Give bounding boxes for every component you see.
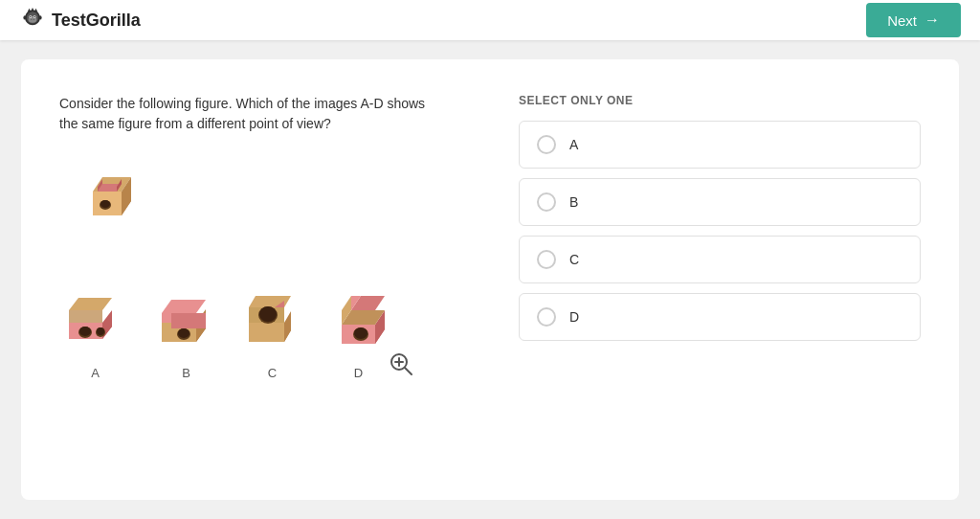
shape-c-svg bbox=[241, 286, 303, 358]
svg-point-39 bbox=[178, 328, 189, 338]
radio-label-c: C bbox=[569, 252, 579, 267]
radio-options-group: A B C D bbox=[519, 121, 921, 341]
svg-marker-13 bbox=[34, 9, 38, 12]
zoom-in-icon[interactable] bbox=[389, 351, 413, 376]
svg-point-31 bbox=[97, 327, 104, 335]
figure-c-label: C bbox=[268, 366, 277, 380]
logo: TestGorilla bbox=[19, 7, 141, 34]
svg-point-9 bbox=[31, 19, 32, 20]
question-text: Consider the following figure. Which of … bbox=[59, 94, 442, 134]
next-button[interactable]: Next → bbox=[866, 3, 961, 37]
svg-marker-35 bbox=[171, 313, 206, 328]
svg-marker-36 bbox=[162, 313, 171, 323]
shape-b-svg bbox=[150, 286, 222, 358]
svg-point-6 bbox=[33, 16, 34, 17]
zoom-icon-wrapper[interactable] bbox=[389, 351, 413, 380]
radio-circle-d[interactable] bbox=[537, 307, 556, 327]
svg-point-56 bbox=[354, 327, 368, 339]
radio-circle-b[interactable] bbox=[537, 192, 556, 212]
next-arrow-icon: → bbox=[924, 11, 940, 29]
radio-circle-a[interactable] bbox=[537, 135, 556, 154]
svg-point-5 bbox=[30, 16, 31, 17]
shape-a-svg bbox=[59, 286, 131, 358]
main-figure bbox=[69, 163, 155, 253]
question-card: Consider the following figure. Which of … bbox=[21, 59, 959, 500]
svg-marker-37 bbox=[162, 300, 206, 313]
logo-icon bbox=[19, 7, 46, 34]
svg-marker-11 bbox=[28, 9, 32, 12]
svg-point-46 bbox=[259, 306, 277, 322]
shape-d-svg bbox=[323, 282, 394, 358]
svg-marker-26 bbox=[69, 310, 102, 323]
figure-option-a: A bbox=[59, 286, 131, 380]
main-shape-svg bbox=[69, 163, 155, 249]
select-label: SELECT ONLY ONE bbox=[519, 94, 921, 107]
header: TestGorilla Next → bbox=[0, 0, 980, 40]
main-content: Consider the following figure. Which of … bbox=[0, 40, 980, 519]
radio-circle-c[interactable] bbox=[537, 250, 556, 269]
radio-option-b[interactable]: B bbox=[519, 178, 921, 226]
svg-point-10 bbox=[33, 19, 34, 20]
svg-marker-41 bbox=[249, 323, 284, 342]
radio-option-a[interactable]: A bbox=[519, 121, 921, 169]
svg-marker-42 bbox=[284, 311, 291, 342]
figure-option-b: B bbox=[150, 286, 222, 380]
figure-area: A bbox=[59, 163, 480, 380]
right-panel: SELECT ONLY ONE A B C D bbox=[519, 94, 921, 465]
svg-marker-27 bbox=[69, 298, 112, 310]
svg-point-22 bbox=[100, 200, 110, 208]
radio-option-c[interactable]: C bbox=[519, 236, 921, 283]
figure-option-c: C bbox=[241, 286, 303, 380]
radio-label-a: A bbox=[569, 137, 578, 152]
radio-option-d[interactable]: D bbox=[519, 293, 921, 341]
next-button-label: Next bbox=[887, 12, 917, 29]
svg-point-7 bbox=[23, 15, 27, 19]
radio-label-b: B bbox=[569, 194, 578, 210]
logo-text: TestGorilla bbox=[52, 11, 141, 31]
svg-point-8 bbox=[38, 15, 42, 19]
svg-point-29 bbox=[79, 327, 91, 336]
left-panel: Consider the following figure. Which of … bbox=[59, 94, 480, 465]
svg-marker-12 bbox=[31, 8, 34, 11]
figure-a-label: A bbox=[91, 366, 100, 380]
figure-b-label: B bbox=[182, 366, 190, 380]
figure-option-d: D bbox=[323, 282, 394, 380]
options-figures-row: A bbox=[59, 282, 394, 380]
radio-label-d: D bbox=[569, 309, 579, 325]
svg-marker-44 bbox=[249, 296, 291, 307]
svg-line-58 bbox=[405, 368, 412, 374]
figure-d-label: D bbox=[354, 366, 363, 380]
